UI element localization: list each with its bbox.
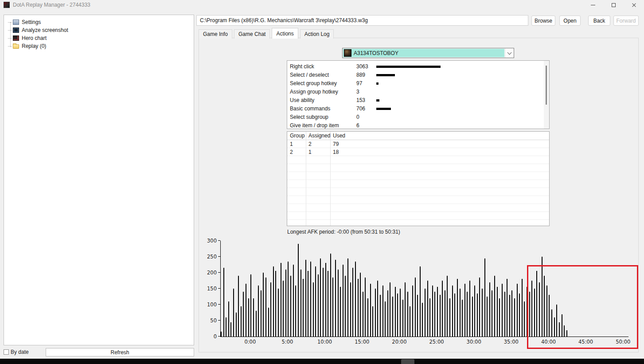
back-button[interactable]: Back bbox=[588, 16, 610, 26]
chart-bar bbox=[295, 286, 296, 337]
window-controls bbox=[583, 0, 644, 10]
taskbar bbox=[0, 359, 644, 364]
chart-bar bbox=[479, 278, 480, 337]
chart-bar bbox=[377, 281, 378, 337]
chart-bar bbox=[290, 276, 291, 337]
chart-bar bbox=[261, 290, 262, 337]
chart-bar bbox=[350, 282, 351, 337]
open-button[interactable]: Open bbox=[559, 16, 581, 26]
action-count: 3063 bbox=[356, 63, 368, 70]
chart-bar bbox=[507, 279, 507, 337]
replay-path-input[interactable] bbox=[196, 15, 528, 26]
sidebar-tree: Settings Analyze screenshot Hero chart R… bbox=[4, 15, 194, 50]
chart-bar bbox=[474, 286, 475, 337]
forward-button-disabled[interactable]: Forward bbox=[613, 16, 639, 26]
chart-bar bbox=[283, 281, 284, 337]
chart-bar bbox=[308, 271, 308, 337]
column-header-used[interactable]: Used bbox=[330, 133, 549, 139]
player-select-combobox[interactable]: A3134TOSTOBOY bbox=[342, 48, 514, 58]
list-item: Give item / drop item 6 bbox=[287, 121, 549, 129]
chart-bar bbox=[270, 282, 271, 337]
action-count-bar bbox=[376, 99, 379, 102]
window-title: DotA Replay Manager - 2744333 bbox=[13, 2, 90, 8]
player-selected-item[interactable]: A3134TOSTOBOY bbox=[343, 49, 504, 57]
action-label: Give item / drop item bbox=[290, 122, 339, 129]
chart-bar bbox=[303, 279, 304, 337]
table-row bbox=[287, 212, 549, 220]
sidebar-item-analyze-screenshot[interactable]: Analyze screenshot bbox=[8, 26, 194, 34]
player-name: A3134TOSTOBOY bbox=[354, 50, 398, 56]
table-row bbox=[287, 204, 549, 212]
vertical-scrollbar[interactable] bbox=[544, 61, 549, 129]
chart-bar bbox=[323, 268, 324, 337]
cell-group: 2 bbox=[287, 149, 306, 155]
chart-bar bbox=[335, 260, 336, 337]
sidebar-item-replay[interactable]: Replay (0) bbox=[8, 42, 194, 50]
chart-bar bbox=[236, 313, 237, 337]
sidebar-item-label: Replay (0) bbox=[22, 43, 46, 49]
minimize-icon bbox=[591, 5, 595, 5]
tab-game-chat[interactable]: Game Chat bbox=[234, 29, 270, 39]
chart-bar bbox=[402, 300, 403, 337]
close-button[interactable] bbox=[624, 0, 644, 10]
by-date-checkbox[interactable] bbox=[4, 349, 9, 355]
chart-bar bbox=[492, 290, 492, 337]
x-axis-tick-label: 15:00 bbox=[355, 339, 369, 345]
refresh-button[interactable]: Refresh bbox=[46, 348, 194, 356]
chart-bar bbox=[400, 289, 401, 337]
column-header-assigned[interactable]: Assigned bbox=[306, 133, 330, 139]
chart-bar bbox=[352, 268, 353, 337]
column-header-group[interactable]: Group bbox=[287, 133, 306, 139]
player-avatar-icon bbox=[344, 49, 351, 57]
tab-action-log[interactable]: Action Log bbox=[300, 29, 334, 39]
screenshot-icon bbox=[13, 27, 19, 33]
x-axis-tick-label: 20:00 bbox=[392, 339, 406, 345]
sidebar-item-settings[interactable]: Settings bbox=[8, 18, 194, 26]
list-item: Basic commands 706 bbox=[287, 104, 549, 113]
browse-button[interactable]: Browse bbox=[531, 16, 555, 26]
chart-bar bbox=[417, 295, 418, 337]
y-axis-tick-label: 200 bbox=[207, 270, 217, 276]
red-highlight-rectangle bbox=[527, 265, 638, 349]
chart-bar bbox=[230, 322, 231, 337]
chart-bar bbox=[360, 273, 361, 337]
sidebar-item-hero-chart[interactable]: Hero chart bbox=[8, 34, 194, 42]
cell-used: 79 bbox=[330, 141, 549, 147]
action-label: Assign group hotkey bbox=[290, 89, 338, 95]
combo-dropdown-button[interactable] bbox=[505, 48, 514, 58]
x-axis-tick-label: 10:00 bbox=[317, 339, 332, 345]
tab-actions[interactable]: Actions bbox=[272, 28, 298, 39]
action-rows: Right click 3063 Select / deselect 889 S… bbox=[287, 61, 549, 129]
minimize-button[interactable] bbox=[583, 0, 603, 10]
chart-bar bbox=[425, 289, 425, 337]
maximize-button[interactable] bbox=[603, 0, 624, 10]
chart-bar bbox=[250, 274, 251, 337]
list-item: Select / deselect 889 bbox=[287, 70, 549, 79]
action-counts-list: Right click 3063 Select / deselect 889 S… bbox=[287, 60, 550, 129]
chart-bar bbox=[489, 282, 490, 337]
tab-game-info[interactable]: Game Info bbox=[199, 29, 232, 39]
chart-bar bbox=[238, 276, 239, 337]
taskbar-item[interactable] bbox=[401, 359, 414, 364]
chevron-down-icon bbox=[507, 50, 512, 55]
column-divider bbox=[306, 132, 306, 226]
chart-bar bbox=[494, 276, 495, 337]
app-window: DotA Replay Manager - 2744333 Settings A… bbox=[0, 0, 644, 364]
chart-bar bbox=[522, 279, 523, 337]
cell-assigned: 1 bbox=[306, 149, 330, 155]
by-date-option: By date bbox=[4, 349, 29, 355]
by-date-label: By date bbox=[11, 349, 29, 355]
chart-bar bbox=[434, 292, 435, 337]
tab-strip: Game Info Game Chat Actions Action Log bbox=[199, 28, 334, 39]
y-axis-tick-label: 50 bbox=[210, 317, 217, 324]
chart-bar bbox=[477, 294, 478, 337]
groups-table: Group Assigned Used 1 2 79 2 1 18 bbox=[287, 131, 550, 226]
chart-bar bbox=[405, 282, 406, 337]
chart-bar bbox=[382, 286, 383, 337]
chart-bar bbox=[380, 295, 381, 337]
chart-bar bbox=[223, 268, 224, 337]
chart-bar bbox=[285, 270, 286, 337]
list-item: Assign group hotkey 3 bbox=[287, 87, 549, 96]
scrollbar-thumb[interactable] bbox=[546, 66, 547, 105]
folder-icon bbox=[13, 44, 19, 49]
